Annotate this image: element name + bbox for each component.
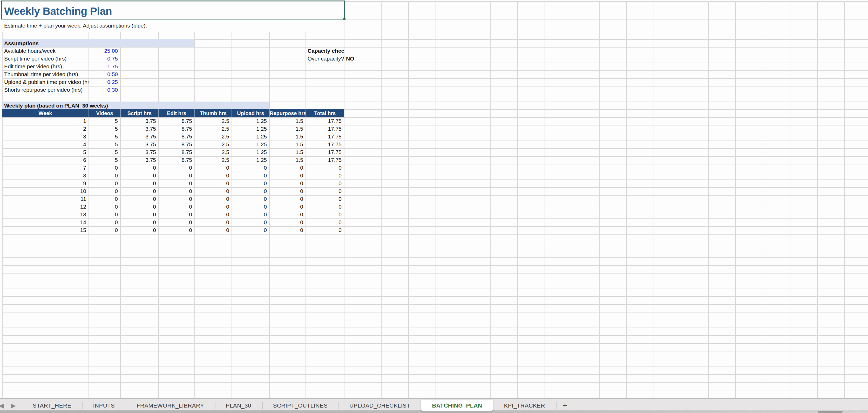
assumption-value-cell[interactable]: 25.00 xyxy=(89,47,120,55)
column-header[interactable]: Script hrs xyxy=(120,109,158,117)
over-capacity-label[interactable]: Over capacity? xyxy=(308,55,344,63)
table-cell[interactable]: 0 xyxy=(194,218,231,226)
assumption-value-cell[interactable]: 0.50 xyxy=(89,70,120,78)
table-cell[interactable]: 1.5 xyxy=(269,133,306,141)
table-cell[interactable]: 0 xyxy=(158,203,194,211)
table-cell[interactable]: 2.5 xyxy=(194,117,231,125)
table-cell[interactable]: 0 xyxy=(89,187,120,195)
table-cell[interactable]: 17.75 xyxy=(306,133,344,141)
table-cell[interactable]: 0 xyxy=(158,179,194,187)
table-cell[interactable]: 0 xyxy=(269,187,306,195)
column-header[interactable]: Week xyxy=(2,109,89,117)
table-cell[interactable]: 1.5 xyxy=(269,125,306,133)
assumption-value-cell[interactable]: 1.75 xyxy=(89,63,120,70)
horizontal-scrollbar-thumb[interactable] xyxy=(818,411,843,413)
subtitle-cell[interactable]: Estimate time + plan your week. Adjust a… xyxy=(2,19,344,32)
table-cell[interactable]: 3.75 xyxy=(120,117,158,125)
table-cell[interactable]: 0 xyxy=(158,195,194,203)
table-cell[interactable]: 2.5 xyxy=(194,148,231,156)
table-cell[interactable]: 0 xyxy=(306,226,344,234)
table-cell[interactable]: 0 xyxy=(194,164,231,172)
table-cell[interactable]: 0 xyxy=(120,187,158,195)
table-cell[interactable]: 0 xyxy=(231,218,269,226)
table-cell[interactable]: 8 xyxy=(2,172,89,179)
weekly-plan-section-header[interactable]: Weekly plan (based on PLAN_30 weeks) xyxy=(2,101,269,109)
table-cell[interactable]: 0 xyxy=(194,226,231,234)
table-cell[interactable]: 3.75 xyxy=(120,156,158,164)
capacity-check-header[interactable]: Capacity check xyxy=(308,47,344,55)
table-cell[interactable]: 2.5 xyxy=(194,141,231,148)
table-cell[interactable]: 0 xyxy=(231,179,269,187)
sheet-tab-inputs[interactable]: INPUTS xyxy=(82,400,126,411)
table-cell[interactable]: 0 xyxy=(231,187,269,195)
column-header[interactable]: Upload hrs xyxy=(231,109,269,117)
table-cell[interactable]: 0 xyxy=(306,164,344,172)
table-cell[interactable]: 5 xyxy=(89,141,120,148)
table-cell[interactable]: 0 xyxy=(120,195,158,203)
table-cell[interactable]: 1.25 xyxy=(231,156,269,164)
table-cell[interactable]: 0 xyxy=(89,211,120,218)
table-cell[interactable]: 1.5 xyxy=(269,148,306,156)
table-cell[interactable]: 5 xyxy=(2,148,89,156)
table-cell[interactable]: 0 xyxy=(158,218,194,226)
sheet-tab-start_here[interactable]: START_HERE xyxy=(22,400,82,411)
table-cell[interactable]: 0 xyxy=(120,172,158,179)
assumption-value-cell[interactable]: 0.30 xyxy=(89,86,120,94)
table-cell[interactable]: 3.75 xyxy=(120,148,158,156)
table-cell[interactable]: 8.75 xyxy=(158,117,194,125)
right-arrow-icon[interactable]: ▶ xyxy=(7,400,19,411)
table-cell[interactable]: 1.25 xyxy=(231,148,269,156)
assumption-label[interactable]: Thumbnail time per video (hrs) xyxy=(2,70,89,78)
column-header[interactable]: Videos xyxy=(89,109,120,117)
table-cell[interactable]: 2.5 xyxy=(194,133,231,141)
table-cell[interactable]: 0 xyxy=(306,187,344,195)
column-header[interactable]: Thumb hrs xyxy=(194,109,231,117)
table-cell[interactable]: 0 xyxy=(120,203,158,211)
table-cell[interactable]: 13 xyxy=(2,211,89,218)
table-cell[interactable]: 0 xyxy=(89,195,120,203)
table-cell[interactable]: 5 xyxy=(89,125,120,133)
table-cell[interactable]: 1.25 xyxy=(231,133,269,141)
table-cell[interactable]: 0 xyxy=(194,211,231,218)
sheet-tab-plan_30[interactable]: PLAN_30 xyxy=(215,400,262,411)
sheet-tab-framework_library[interactable]: FRAMEWORK_LIBRARY xyxy=(126,400,215,411)
table-cell[interactable]: 17.75 xyxy=(306,148,344,156)
assumption-label[interactable]: Upload & publish time per video (hrs) xyxy=(2,78,89,86)
column-header[interactable]: Total hrs xyxy=(306,109,344,117)
table-cell[interactable]: 8.75 xyxy=(158,156,194,164)
table-cell[interactable]: 5 xyxy=(89,156,120,164)
table-cell[interactable]: 0 xyxy=(158,187,194,195)
table-cell[interactable]: 2 xyxy=(2,125,89,133)
column-header[interactable]: Repurpose hrs xyxy=(269,109,306,117)
sheet-tab-batching_plan[interactable]: BATCHING_PLAN xyxy=(421,400,493,411)
fill-handle-icon[interactable] xyxy=(343,18,346,21)
table-cell[interactable]: 17.75 xyxy=(306,156,344,164)
table-cell[interactable]: 0 xyxy=(194,179,231,187)
table-cell[interactable]: 1.25 xyxy=(231,117,269,125)
assumptions-section-header[interactable]: Assumptions xyxy=(2,39,194,47)
table-cell[interactable]: 0 xyxy=(231,203,269,211)
table-cell[interactable]: 12 xyxy=(2,203,89,211)
table-cell[interactable]: 1.25 xyxy=(231,141,269,148)
table-cell[interactable]: 17.75 xyxy=(306,117,344,125)
table-cell[interactable]: 15 xyxy=(2,226,89,234)
table-cell[interactable]: 0 xyxy=(158,226,194,234)
table-cell[interactable]: 0 xyxy=(120,226,158,234)
table-cell[interactable]: 2.5 xyxy=(194,125,231,133)
table-cell[interactable]: 17.75 xyxy=(306,125,344,133)
table-cell[interactable]: 0 xyxy=(231,226,269,234)
table-cell[interactable]: 8.75 xyxy=(158,133,194,141)
table-cell[interactable]: 0 xyxy=(269,179,306,187)
sheet-tab-upload_checklist[interactable]: UPLOAD_CHECKLIST xyxy=(339,400,421,411)
table-cell[interactable]: 3.75 xyxy=(120,133,158,141)
table-cell[interactable]: 0 xyxy=(194,172,231,179)
table-cell[interactable]: 0 xyxy=(231,211,269,218)
table-cell[interactable]: 0 xyxy=(89,226,120,234)
table-cell[interactable]: 6 xyxy=(2,156,89,164)
table-cell[interactable]: 8.75 xyxy=(158,125,194,133)
table-cell[interactable]: 5 xyxy=(89,133,120,141)
table-cell[interactable]: 14 xyxy=(2,218,89,226)
table-cell[interactable]: 0 xyxy=(158,172,194,179)
table-cell[interactable]: 3.75 xyxy=(120,141,158,148)
table-cell[interactable]: 0 xyxy=(120,218,158,226)
